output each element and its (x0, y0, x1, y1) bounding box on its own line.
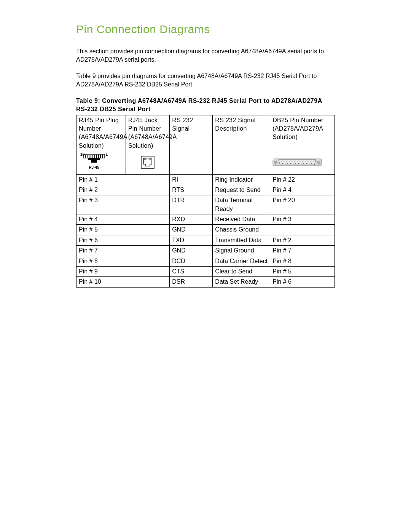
rj45-plug-cell: 10 1 (76, 151, 126, 174)
cell-db25-pin (270, 225, 335, 235)
cell-description: Chassis Ground (213, 225, 270, 235)
cell-rj45-pin: Pin # 9 (76, 267, 170, 277)
svg-point-28 (299, 161, 300, 161)
table-header-row: RJ45 Pin Plug Number (A6748A/A6749A Solu… (76, 115, 335, 151)
cell-description: Signal Ground (213, 246, 270, 256)
cell-signal: RXD (170, 214, 213, 225)
svg-point-43 (306, 163, 307, 164)
cell-db25-pin: Pin # 6 (270, 277, 335, 287)
svg-point-22 (284, 161, 284, 161)
cell-signal: DSR (170, 277, 213, 287)
empty-cell (170, 151, 213, 174)
cell-description: Ring Indicator (213, 174, 270, 185)
cell-db25-pin: Pin # 5 (270, 267, 335, 277)
svg-point-45 (311, 163, 312, 164)
svg-point-33 (313, 161, 314, 161)
table-row: Pin # 4RXDReceived DataPin # 3 (76, 214, 335, 225)
svg-rect-0 (83, 154, 105, 158)
svg-point-30 (305, 161, 306, 161)
cell-signal: CTS (170, 267, 213, 277)
svg-point-38 (293, 163, 293, 164)
page-heading: Pin Connection Diagrams (76, 23, 335, 36)
cell-signal: DTR (170, 195, 213, 214)
header-db25-pin: DB25 Pin Number (AD278A/AD279A Solution) (270, 115, 335, 151)
svg-point-23 (286, 161, 287, 161)
cell-rj45-pin: Pin # 5 (76, 225, 170, 235)
header-rj45-jack: RJ45 Jack Pin Number (A6748A/A6749A Solu… (126, 115, 170, 151)
table-row: Pin # 6TXDTransmitted DataPin # 2 (76, 235, 335, 245)
cell-description: Data Terminal Ready (213, 195, 270, 214)
cell-description: Clear to Send (213, 267, 270, 277)
cell-signal: DCD (170, 256, 213, 266)
rj45-pin1-label: 1 (105, 152, 108, 157)
cell-signal: GND (170, 246, 213, 256)
db25-cell (270, 151, 335, 174)
svg-point-24 (289, 161, 290, 161)
header-rs232-signal: RS 232 Signal (170, 115, 213, 151)
cell-db25-pin: Pin # 3 (270, 214, 335, 225)
svg-point-25 (292, 161, 292, 161)
cell-signal: GND (170, 225, 213, 235)
svg-point-37 (290, 163, 291, 164)
svg-point-41 (301, 163, 301, 164)
table-row: Pin # 5GNDChassis Ground (76, 225, 335, 235)
cell-db25-pin: Pin # 22 (270, 174, 335, 185)
table-row: Pin # 10DSRData Set ReadyPin # 6 (76, 277, 335, 287)
cell-rj45-pin: Pin # 6 (76, 235, 170, 245)
cell-rj45-pin: Pin # 1 (76, 174, 170, 185)
cell-rj45-pin: Pin # 2 (76, 185, 170, 195)
table-row: Pin # 9CTSClear to SendPin # 5 (76, 267, 335, 277)
svg-point-42 (303, 163, 304, 164)
connector-image-row: 10 1 (76, 151, 335, 174)
svg-point-39 (295, 163, 296, 164)
header-rs232-desc: RS 232 Signal Description (213, 115, 270, 151)
cell-db25-pin: Pin # 4 (270, 185, 335, 195)
cell-signal: RTS (170, 185, 213, 195)
table-caption: Table 9: Converting A6748A/A6749A RS-232… (76, 97, 335, 113)
cell-rj45-pin: Pin # 10 (76, 277, 170, 287)
cell-description: Request to Send (213, 185, 270, 195)
table-row: Pin # 2RTSRequest to SendPin # 4 (76, 185, 335, 195)
cell-description: Received Data (213, 214, 270, 225)
cell-description: Data Carrier Detect (213, 256, 270, 266)
svg-point-26 (294, 161, 295, 161)
cell-signal: TXD (170, 235, 213, 245)
rj45-bottom-label: RJ-45 (79, 165, 109, 170)
cell-rj45-pin: Pin # 8 (76, 256, 170, 266)
rj45-plug-icon: 10 1 (79, 153, 109, 169)
svg-point-27 (297, 161, 298, 161)
cell-rj45-pin: Pin # 3 (76, 195, 170, 214)
svg-point-19 (274, 161, 277, 164)
svg-point-36 (287, 163, 288, 164)
empty-cell (213, 151, 270, 174)
rj45-jack-icon (128, 156, 167, 169)
cell-signal: RI (170, 174, 213, 185)
svg-point-20 (318, 161, 320, 164)
header-rj45-plug: RJ45 Pin Plug Number (A6748A/A6749A Solu… (76, 115, 126, 151)
svg-point-40 (298, 163, 299, 164)
cell-description: Transmitted Data (213, 235, 270, 245)
table-row: Pin # 8DCDData Carrier DetectPin # 8 (76, 256, 335, 266)
table-row: Pin # 3DTRData Terminal ReadyPin # 20 (76, 195, 335, 214)
svg-point-34 (282, 163, 283, 164)
pin-connection-table: RJ45 Pin Plug Number (A6748A/A6749A Solu… (76, 115, 335, 288)
table-row: Pin # 1RIRing IndicatorPin # 22 (76, 174, 335, 185)
cell-db25-pin: Pin # 2 (270, 235, 335, 245)
svg-point-35 (285, 163, 285, 164)
svg-point-21 (281, 161, 282, 161)
rj45-jack-cell (126, 151, 170, 174)
intro-paragraph-1: This section provides pin connection dia… (76, 47, 335, 64)
cell-rj45-pin: Pin # 7 (76, 246, 170, 256)
cell-db25-pin: Pin # 7 (270, 246, 335, 256)
intro-paragraph-2: Table 9 provides pin diagrams for conver… (76, 72, 335, 88)
svg-point-44 (309, 163, 309, 164)
db25-connector-icon (272, 157, 332, 168)
svg-point-31 (307, 161, 308, 161)
table-row: Pin # 7GNDSignal GroundPin # 7 (76, 246, 335, 256)
svg-point-32 (310, 161, 311, 161)
cell-db25-pin: Pin # 8 (270, 256, 335, 266)
cell-description: Data Set Ready (213, 277, 270, 287)
svg-point-29 (302, 161, 303, 161)
cell-rj45-pin: Pin # 4 (76, 214, 170, 225)
cell-db25-pin: Pin # 20 (270, 195, 335, 214)
